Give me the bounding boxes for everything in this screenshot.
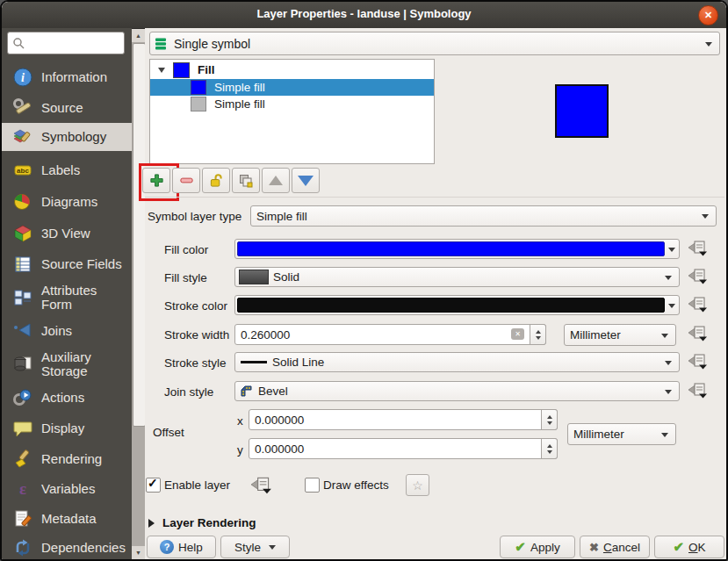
down-arrow-icon xyxy=(298,176,314,186)
sidebar-item-metadata[interactable]: Metadata xyxy=(2,504,132,534)
sidebar-item-information[interactable]: i Information xyxy=(2,61,132,93)
offset-x-spinbox[interactable]: 0.000000 xyxy=(249,409,558,430)
sidebar-item-labels[interactable]: abc Labels xyxy=(2,155,132,186)
collapse-arrow-icon[interactable] xyxy=(148,519,155,528)
draw-effects-label: Draw effects xyxy=(323,478,389,492)
sidebar-item-label: Source Fields xyxy=(41,257,122,271)
sidebar-item-diagrams[interactable]: Diagrams xyxy=(2,186,132,218)
stroke-width-spinbox[interactable]: 0.260000 ✕ xyxy=(234,324,546,345)
search-input[interactable] xyxy=(26,36,118,50)
clear-icon[interactable]: ✕ xyxy=(511,328,524,340)
form-icon xyxy=(12,287,33,308)
data-defined-override-button[interactable] xyxy=(688,353,709,370)
sidebar-item-label: Metadata xyxy=(41,512,97,526)
stroke-style-label: Stroke style xyxy=(164,356,227,370)
separator xyxy=(145,197,724,198)
offset-y-spinbox[interactable]: 0.000000 xyxy=(249,438,558,459)
x-icon: ✖ xyxy=(589,541,599,554)
brush-icon xyxy=(12,449,33,470)
data-defined-override-button[interactable] xyxy=(688,268,709,285)
sidebar-item-actions[interactable]: Actions xyxy=(2,383,132,413)
draw-effects-checkbox[interactable] xyxy=(305,478,320,493)
data-defined-override-button[interactable] xyxy=(250,476,273,495)
tree-row-simple-fill-1[interactable]: Simple fill xyxy=(150,79,434,96)
fill-color-button[interactable] xyxy=(234,239,680,259)
chevron-down-icon xyxy=(661,433,668,437)
close-icon: ✕ xyxy=(704,10,712,21)
sidebar-item-source[interactable]: Source xyxy=(2,93,132,123)
tree-row-label: Simple fill xyxy=(214,97,265,111)
gears-icon xyxy=(12,387,33,408)
help-button[interactable]: ? Help xyxy=(147,536,216,558)
search-box[interactable] xyxy=(7,32,125,54)
sidebar-scrollbar[interactable]: ▲ ▼ xyxy=(132,29,145,559)
epsilon-icon: ε xyxy=(12,478,33,500)
spinner-buttons[interactable] xyxy=(541,409,558,430)
abc-label-icon: abc xyxy=(12,160,33,181)
spin-up-icon xyxy=(547,415,552,419)
move-up-button[interactable] xyxy=(262,168,290,193)
stroke-width-unit-combobox[interactable]: Millimeter xyxy=(564,324,676,346)
sidebar-item-display[interactable]: Display xyxy=(2,413,132,444)
sidebar-item-auxiliary-storage[interactable]: Auxiliary Storage xyxy=(2,346,129,383)
scroll-down-arrow[interactable]: ▼ xyxy=(132,546,145,559)
sidebar-item-symbology[interactable]: Symbology xyxy=(2,123,132,151)
close-button[interactable]: ✕ xyxy=(698,5,718,25)
search-icon xyxy=(12,37,25,49)
stroke-color-button[interactable] xyxy=(234,295,680,315)
offset-unit-combobox[interactable]: Millimeter xyxy=(567,423,676,445)
cube-icon xyxy=(12,223,33,244)
sidebar-item-joins[interactable]: Joins xyxy=(2,316,132,346)
sidebar-item-3d-view[interactable]: 3D View xyxy=(2,218,132,249)
tree-expander-icon[interactable] xyxy=(158,68,165,73)
stroke-width-label: Stroke width xyxy=(164,328,229,342)
renderer-combobox[interactable]: Single symbol xyxy=(149,32,720,55)
help-label: Help xyxy=(178,541,203,554)
apply-button[interactable]: ✔ Apply xyxy=(500,536,575,558)
sidebar-item-variables[interactable]: ε Variables xyxy=(2,474,132,504)
speech-bubble-icon xyxy=(12,418,33,439)
symbol-layer-tree[interactable]: Fill Simple fill Simple fill xyxy=(149,59,435,164)
spinner-buttons[interactable] xyxy=(541,438,558,459)
open-lock-icon xyxy=(209,173,224,188)
lock-color-button[interactable] xyxy=(202,168,230,193)
stroke-color-label: Stroke color xyxy=(164,299,227,313)
tree-row-simple-fill-2[interactable]: Simple fill xyxy=(150,96,434,112)
join-style-combobox[interactable]: Bevel xyxy=(234,381,680,401)
up-arrow-icon xyxy=(269,176,283,185)
layer-rendering-section[interactable]: Layer Rendering xyxy=(162,516,256,529)
spinner-buttons[interactable] xyxy=(530,324,546,345)
sidebar-item-rendering[interactable]: Rendering xyxy=(2,444,132,474)
svg-text:abc: abc xyxy=(17,167,29,175)
layer-properties-dialog: Layer Properties - landuse | Symbology ✕… xyxy=(0,0,728,561)
move-down-button[interactable] xyxy=(292,168,320,193)
symbol-layer-type-combobox[interactable]: Simple fill xyxy=(250,205,717,227)
stroke-style-combobox[interactable]: Solid Line xyxy=(234,352,680,372)
data-defined-override-button[interactable] xyxy=(688,325,709,342)
duplicate-icon xyxy=(238,173,254,189)
scroll-up-arrow[interactable]: ▲ xyxy=(132,29,145,42)
scrollbar-thumb[interactable] xyxy=(133,43,146,427)
sidebar-item-label: Attributes Form xyxy=(41,284,129,312)
chevron-down-icon xyxy=(665,390,672,394)
data-defined-override-button[interactable] xyxy=(688,240,709,257)
fill-style-combobox[interactable]: Solid xyxy=(234,267,680,287)
style-button[interactable]: Style xyxy=(220,536,290,558)
sidebar-item-attributes-form[interactable]: Attributes Form xyxy=(2,279,129,316)
minus-icon xyxy=(179,173,194,188)
sidebar-item-label: Symbology xyxy=(41,130,106,144)
cancel-button[interactable]: ✖ Cancel xyxy=(580,536,650,558)
enable-layer-checkbox[interactable] xyxy=(146,478,161,493)
effects-customize-button[interactable]: ☆ xyxy=(406,474,429,496)
sidebar-item-dependencies[interactable]: Dependencies xyxy=(2,534,132,561)
data-defined-override-button[interactable] xyxy=(688,382,709,399)
data-defined-override-button[interactable] xyxy=(688,296,709,313)
sidebar-item-source-fields[interactable]: Source Fields xyxy=(2,249,132,279)
remove-symbol-layer-button[interactable] xyxy=(172,168,200,193)
offset-x-value: 0.000000 xyxy=(255,414,304,427)
dependency-arrows-icon xyxy=(12,537,33,558)
ok-button[interactable]: ✔ OK xyxy=(654,536,724,558)
duplicate-layer-button[interactable] xyxy=(232,168,260,193)
offset-y-value: 0.000000 xyxy=(255,442,304,456)
tree-root-row[interactable]: Fill xyxy=(150,61,215,78)
